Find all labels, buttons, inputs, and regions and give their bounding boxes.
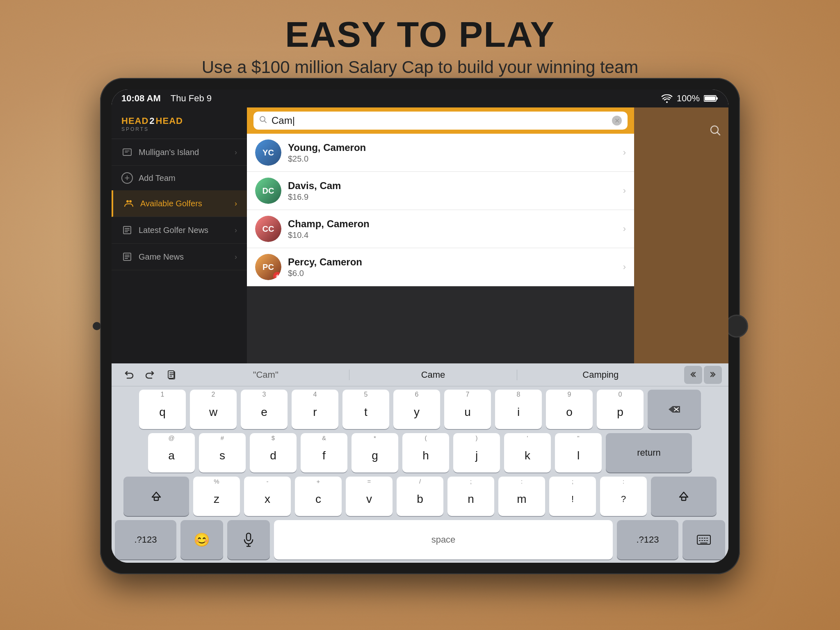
ipad-screen: 10:08 AM Thu Feb 9 100%	[112, 89, 728, 563]
player-name-champ: Champ, Cameron	[288, 218, 616, 230]
sidebar-chevron-news: ›	[235, 226, 237, 235]
key-c[interactable]: +c	[295, 477, 342, 516]
key-space[interactable]: space	[274, 520, 613, 559]
key-l[interactable]: "l	[555, 433, 602, 472]
suggestion-1[interactable]: "Cam"	[182, 370, 349, 380]
search-results: YC Young, Cameron $25.0 › DC	[247, 134, 634, 286]
search-input[interactable]: Cam|	[272, 115, 608, 126]
key-keyboard[interactable]	[682, 520, 725, 559]
autocorrect-bar: "Cam" Came Camping	[112, 363, 728, 386]
key-n[interactable]: ;n	[447, 477, 494, 516]
player-price-champ: $10.4	[288, 231, 616, 240]
key-u[interactable]: 7u	[444, 390, 491, 429]
ipad-home-button[interactable]	[725, 315, 748, 338]
keyboard-rows: 1q 2w 3e 4r 5t 6y 7u 8i 9o 0p	[112, 386, 728, 563]
key-o[interactable]: 9o	[546, 390, 593, 429]
status-right: 100%	[661, 93, 719, 104]
search-clear-button[interactable]: ✕	[612, 116, 622, 126]
search-bar: Cam| ✕	[247, 107, 634, 134]
search-input-wrap[interactable]: Cam| ✕	[253, 112, 628, 130]
key-return[interactable]: return	[606, 433, 692, 472]
key-backspace[interactable]	[648, 390, 701, 429]
key-r[interactable]: 4r	[292, 390, 338, 429]
player-info-davis: Davis, Cam $16.9	[288, 180, 616, 202]
wifi-icon	[661, 94, 673, 103]
sidebar-chevron-gamenews: ›	[235, 253, 237, 261]
sidebar-item-available-golfers[interactable]: Available Golfers ›	[112, 190, 247, 217]
key-row-3: %z -x +c =v /b ;n :m ;! :?	[115, 477, 725, 516]
key-w[interactable]: 2w	[190, 390, 237, 429]
key-exclaim[interactable]: ;!	[549, 477, 596, 516]
key-a[interactable]: @a	[148, 433, 195, 472]
chevron-keys	[684, 366, 728, 384]
sidebar-logo: HEAD 2 HEAD SPORTS	[112, 107, 247, 139]
promo-title: EASY TO PLAY	[0, 16, 840, 52]
avatar-young-cameron: YC	[255, 139, 281, 166]
undo-button[interactable]	[118, 364, 139, 386]
sidebar-item-mulligans[interactable]: Mulligan's Island ›	[112, 139, 247, 166]
sidebar-mulligans-label: Mulligan's Island	[139, 148, 199, 157]
logo-text: HEAD 2 HEAD	[121, 116, 237, 126]
sidebar-add-label: Add Team	[139, 173, 176, 183]
key-m[interactable]: :m	[498, 477, 545, 516]
key-symbol-right[interactable]: .?123	[617, 520, 678, 559]
key-shift-right[interactable]	[651, 477, 717, 516]
key-j[interactable]: )j	[453, 433, 500, 472]
key-z[interactable]: %z	[193, 477, 240, 516]
redo-button[interactable]	[139, 364, 161, 386]
battery-percentage: 100%	[677, 93, 700, 104]
svg-rect-1	[705, 96, 715, 100]
prev-suggestion-button[interactable]	[684, 366, 702, 384]
key-p[interactable]: 0p	[597, 390, 644, 429]
result-chevron-champ: ›	[623, 224, 626, 234]
sidebar-item-latest-news[interactable]: Latest Golfer News ›	[112, 217, 247, 244]
key-h[interactable]: (h	[402, 433, 449, 472]
promo-area: EASY TO PLAY Use a $100 million Salary C…	[0, 16, 840, 77]
sidebar-item-game-news[interactable]: Game News ›	[112, 244, 247, 270]
avatar-champ-cameron: CC	[255, 216, 281, 242]
status-date: Thu Feb 9	[171, 93, 212, 104]
key-v[interactable]: =v	[346, 477, 393, 516]
key-x[interactable]: -x	[244, 477, 291, 516]
next-suggestion-button[interactable]	[704, 366, 722, 384]
svg-rect-2	[716, 97, 718, 100]
key-b[interactable]: /b	[397, 477, 443, 516]
keyboard-area: "Cam" Came Camping	[112, 363, 728, 563]
paste-button[interactable]	[161, 364, 182, 386]
key-g[interactable]: *g	[352, 433, 398, 472]
key-f[interactable]: &f	[301, 433, 347, 472]
player-info-champ: Champ, Cameron $10.4	[288, 218, 616, 240]
key-symbol-left[interactable]: .?123	[115, 520, 176, 559]
player-price-percy: $6.0	[288, 269, 616, 278]
key-emoji[interactable]: 😊	[180, 520, 223, 559]
result-item-davis-cam[interactable]: DC Davis, Cam $16.9 ›	[247, 172, 634, 210]
key-shift[interactable]	[123, 477, 189, 516]
key-y[interactable]: 6y	[393, 390, 440, 429]
svg-point-5	[129, 200, 132, 203]
latest-news-icon	[121, 224, 133, 236]
result-item-champ-cameron[interactable]: CC Champ, Cameron $10.4 ›	[247, 210, 634, 248]
suggestion-2[interactable]: Came	[349, 370, 517, 380]
key-q[interactable]: 1q	[139, 390, 186, 429]
key-i[interactable]: 8i	[495, 390, 542, 429]
player-price-davis: $16.9	[288, 192, 616, 202]
key-mic[interactable]	[227, 520, 270, 559]
suggestion-3[interactable]: Camping	[517, 370, 684, 380]
key-d[interactable]: $d	[250, 433, 297, 472]
result-item-young-cameron[interactable]: YC Young, Cameron $25.0 ›	[247, 134, 634, 172]
result-item-percy-cameron[interactable]: PC Percy, Cameron $6.0 ›	[247, 248, 634, 286]
key-s[interactable]: #s	[199, 433, 246, 472]
search-icon	[259, 116, 267, 126]
key-t[interactable]: 5t	[342, 390, 389, 429]
promo-subtitle: Use a $100 million Salary Cap to build y…	[0, 57, 840, 77]
sidebar-item-add-team[interactable]: + Add Team	[112, 166, 247, 190]
svg-rect-12	[154, 497, 158, 500]
right-search-icon[interactable]	[709, 124, 722, 140]
key-question[interactable]: :?	[600, 477, 647, 516]
sidebar-chevron-golfers: ›	[235, 199, 237, 208]
key-k[interactable]: 'k	[504, 433, 551, 472]
key-row-2: @a #s $d &f *g (h )j 'k "l return	[115, 433, 725, 472]
key-e[interactable]: 3e	[241, 390, 288, 429]
battery-icon	[704, 94, 719, 103]
sidebar-latest-news-label: Latest Golfer News	[139, 226, 208, 235]
